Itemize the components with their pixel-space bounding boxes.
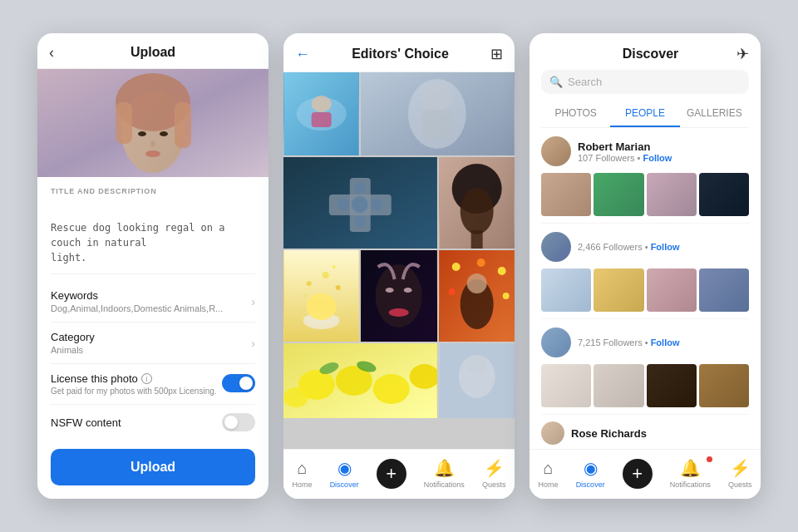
photo-preview[interactable] [37,69,268,177]
follow-button-2[interactable]: Follow [651,242,680,252]
category-value: Animals [51,345,251,355]
svg-point-41 [389,308,409,317]
quests-label: Quests [482,480,506,489]
tab-galleries[interactable]: GALLERIES [680,101,749,127]
svg-point-11 [312,96,332,112]
svg-rect-12 [312,112,332,127]
svg-point-55 [283,387,308,407]
svg-point-36 [332,265,336,268]
editors-title: Editors' Choice [352,47,449,62]
person-photo-3-1[interactable] [541,364,591,407]
grid-photo-extra[interactable] [439,343,515,418]
tab-people[interactable]: PEOPLE [610,101,679,127]
discover-nav-quests[interactable]: ⚡ Quests [728,458,752,489]
grid-photo-carnival[interactable] [439,250,515,342]
tab-photos[interactable]: PHOTOS [541,101,610,127]
svg-point-31 [307,293,337,320]
person-photo-2-4[interactable] [699,268,749,312]
svg-point-60 [466,355,486,373]
notifications-icon: 🔔 [434,458,455,478]
svg-point-8 [145,150,160,157]
grid-photo-afro[interactable] [439,157,515,249]
back-button[interactable]: ‹ [49,44,54,62]
follow-button-3[interactable]: Follow [651,337,680,347]
person-photo-3-2[interactable] [594,364,643,407]
person-photo-1-2[interactable] [594,173,643,216]
discover-nav-notifications[interactable]: 🔔 Notifications [670,458,711,489]
rose-avatar [541,421,564,445]
discover-screen: Discover ✈ 🔍 Search PHOTOS PEOPLE GALLER… [530,33,761,499]
grid-photo-cross[interactable] [283,157,437,249]
svg-point-24 [354,215,366,227]
nav-home[interactable]: ⌂ Home [293,459,313,489]
svg-rect-4 [175,102,191,148]
discover-quests-icon: ⚡ [730,458,751,478]
license-label: License this photo [51,372,138,385]
keywords-chevron: › [251,295,255,308]
person-photo-2-1[interactable] [541,268,591,312]
discover-notifications-label: Notifications [670,480,711,489]
svg-point-45 [497,267,505,275]
person-photo-2-3[interactable] [647,268,697,312]
person-photo-1-3[interactable] [647,173,697,216]
upload-button[interactable]: Upload [51,449,255,485]
section-label: TITLE AND DESCRIPTION [51,187,255,195]
person-card-1: Robert Marian 107 Followers • Follow [541,128,749,224]
discover-nav-home[interactable]: ⌂ Home [539,459,559,489]
desc-input[interactable]: Rescue dog looking regal on a couch in n… [51,220,255,264]
person-followers-2: 2,466 Followers • Follow [578,242,749,252]
grid-photo-lipstick[interactable] [361,250,436,342]
keywords-label: Keywords [51,289,251,302]
editors-bottom-nav: ⌂ Home ◉ Discover + 🔔 Notifications ⚡ Qu… [283,449,515,499]
grid-photo-glass[interactable] [361,72,515,155]
notifications-label: Notifications [424,480,465,489]
svg-point-23 [354,182,366,194]
keywords-row[interactable]: Keywords Dog,Animal,Indoors,Domestic Ani… [51,281,255,323]
grid-photo-pool[interactable] [283,72,359,155]
discover-discover-label: Discover [576,480,605,489]
license-info-icon[interactable]: i [141,373,152,384]
nav-notifications[interactable]: 🔔 Notifications [424,458,465,489]
discover-nav-upload[interactable]: + [623,459,653,489]
discover-discover-icon: ◉ [584,458,598,478]
person-photo-1-1[interactable] [541,173,591,216]
person-name-1: Robert Marian [578,140,749,153]
upload-title: Upload [131,45,175,60]
upload-btn-container: Upload [37,439,268,499]
person-photo-2-2[interactable] [594,268,643,312]
filter-icon[interactable]: ⊞ [490,45,503,63]
svg-point-21 [337,199,349,210]
svg-point-27 [460,188,493,234]
discover-label: Discover [330,480,359,489]
svg-point-22 [371,199,382,210]
svg-rect-3 [116,102,132,144]
category-label: Category [51,331,251,343]
send-icon[interactable]: ✈ [736,45,749,63]
person-photos-2 [541,268,749,312]
svg-point-38 [376,264,422,328]
discover-tabs: PHOTOS PEOPLE GALLERIES [541,101,749,128]
keywords-value: Dog,Animal,Indoors,Domestic Animals,R... [51,303,251,313]
license-toggle[interactable] [222,374,255,392]
svg-point-32 [307,281,312,286]
discover-upload-icon: + [623,459,653,489]
grid-photo-icecream[interactable] [283,250,359,342]
person-photo-3-4[interactable] [699,364,749,407]
nav-discover[interactable]: ◉ Discover [330,458,359,489]
grid-photo-lemons[interactable] [283,343,437,418]
nav-upload[interactable]: + [377,459,406,489]
follow-button-1[interactable]: Follow [643,153,672,163]
nsfw-toggle[interactable] [222,413,255,431]
editors-back-button[interactable]: ← [295,46,310,63]
discover-search-bar[interactable]: 🔍 Search [541,70,749,94]
svg-point-43 [451,263,460,271]
discover-nav-discover[interactable]: ◉ Discover [576,458,605,489]
person-photo-1-4[interactable] [699,173,749,216]
discover-content: Robert Marian 107 Followers • Follow [530,128,761,449]
home-label: Home [293,480,313,489]
person-photo-3-3[interactable] [647,364,697,407]
svg-point-44 [476,259,485,267]
title-input[interactable]: Princess Ellie [51,200,255,220]
nav-quests[interactable]: ⚡ Quests [482,458,506,489]
category-row[interactable]: Category Animals › [51,323,255,364]
